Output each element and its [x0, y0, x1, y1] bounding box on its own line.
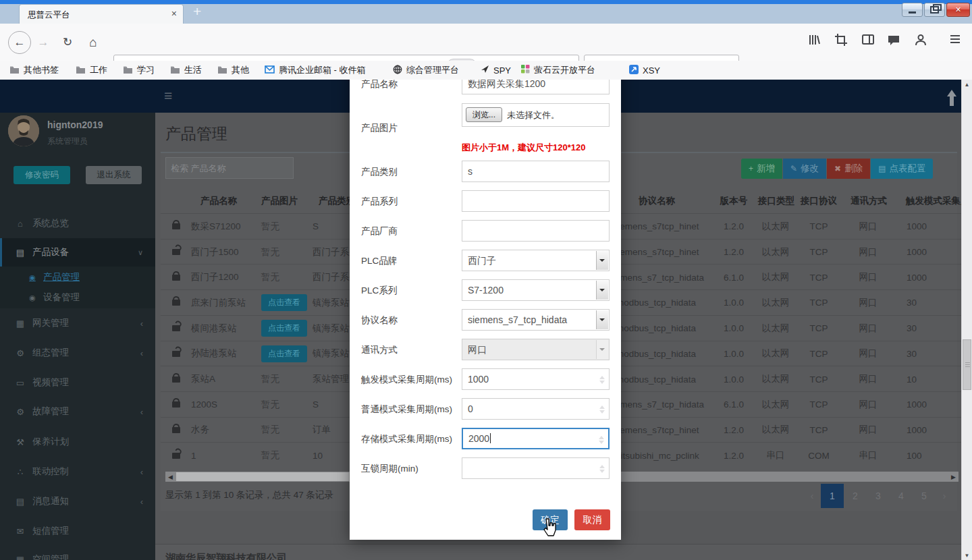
bookmark-item[interactable]: 腾讯企业邮箱 - 收件箱 — [265, 61, 366, 80]
pagination-page-4[interactable]: 4 — [890, 484, 913, 508]
browser-scrollbar[interactable]: ▲ ▼ — [961, 80, 972, 560]
input-10[interactable]: 1000 — [462, 368, 610, 390]
sidebar-toggle-icon[interactable]: ≡ — [164, 88, 172, 104]
forward-button[interactable]: → — [35, 24, 51, 61]
view-image-button[interactable]: 点击查看 — [261, 345, 307, 362]
input-13[interactable] — [462, 457, 610, 479]
sidebar-item-13[interactable]: ▦空间管理 — [0, 549, 155, 560]
sidebar-item-6[interactable]: ⚙组态管理‹ — [0, 343, 155, 363]
bookmark-item[interactable]: SPY — [481, 61, 511, 80]
file-input[interactable]: 浏览...未选择文件。 — [462, 103, 610, 127]
select-9[interactable]: 网口 — [462, 339, 610, 360]
window-minimize-button[interactable] — [902, 3, 923, 17]
unlock-icon[interactable] — [172, 249, 180, 255]
unlock-icon[interactable] — [172, 351, 180, 357]
sidebars-icon[interactable] — [861, 33, 879, 51]
dropdown-arrow-icon[interactable] — [596, 310, 608, 329]
input-11[interactable]: 0 — [462, 398, 610, 420]
view-image-button[interactable]: 点击查看 — [261, 294, 307, 311]
bookmark-item[interactable]: 其他 — [217, 61, 249, 80]
hscroll-left-arrow-icon[interactable]: ◀ — [165, 472, 176, 482]
chat-bubble-icon[interactable] — [887, 33, 905, 51]
new-tab-button[interactable]: + — [193, 3, 201, 20]
back-button[interactable]: ← — [8, 31, 31, 54]
hscroll-thumb[interactable] — [176, 472, 349, 481]
bookmark-item[interactable]: 综合管理平台 — [393, 61, 459, 80]
scroll-thumb[interactable] — [963, 339, 971, 390]
sidebar-item-10[interactable]: ∴联动控制‹ — [0, 461, 155, 482]
view-image-button[interactable]: 点击查看 — [261, 320, 307, 337]
dropdown-arrow-icon[interactable] — [596, 340, 608, 359]
pagination-page-5[interactable]: 5 — [913, 484, 936, 508]
bookmark-item[interactable]: XSY — [629, 61, 660, 80]
sidebar-item-7[interactable]: ▭视频管理 — [0, 372, 155, 393]
number-spinner-icon[interactable] — [598, 372, 606, 388]
select-6[interactable]: 西门子 — [462, 250, 610, 271]
change-password-button[interactable]: 修改密码 — [14, 166, 70, 184]
sidebar-item-8[interactable]: ⚙故障管理‹ — [0, 401, 155, 422]
column-header[interactable]: 协议名称 — [639, 191, 675, 211]
bookmark-item[interactable]: 工作 — [76, 61, 107, 80]
table-search-input[interactable] — [165, 157, 294, 179]
menu-hamburger-icon[interactable] — [949, 33, 967, 51]
input-5[interactable] — [462, 220, 610, 242]
sidebar-item-5[interactable]: ▦网关管理‹ — [0, 313, 155, 333]
sidebar-item-2[interactable]: ▤产品设备∨ — [0, 242, 155, 262]
sidebar-item-9[interactable]: ⚒保养计划 — [0, 432, 155, 452]
lock-icon[interactable] — [172, 223, 180, 229]
input-12[interactable]: 2000 — [462, 428, 610, 449]
column-header[interactable]: 接口类型 — [758, 191, 794, 211]
unlock-icon[interactable] — [172, 453, 180, 459]
dropdown-arrow-icon[interactable] — [596, 281, 608, 300]
input-1[interactable]: 数据网关采集1200 — [462, 80, 610, 94]
pagination-page-1[interactable]: 1 — [821, 484, 844, 508]
column-header[interactable]: 通讯方式 — [850, 191, 887, 211]
action-button-b[interactable]: ✎修改 — [783, 159, 826, 179]
select-8[interactable]: siemens_s7_tcp_hidata — [462, 309, 610, 331]
hscroll-right-arrow-icon[interactable]: ▶ — [948, 472, 959, 482]
number-spinner-icon[interactable] — [598, 401, 606, 418]
number-spinner-icon[interactable] — [598, 461, 606, 477]
bookmark-item[interactable]: 萤石云开放平台 — [521, 61, 595, 80]
pagination-page-2[interactable]: 2 — [844, 484, 867, 508]
bookmark-item[interactable]: 生活 — [170, 61, 202, 80]
scroll-up-icon[interactable]: ▲ — [962, 82, 972, 88]
pagination-next[interactable]: › — [936, 484, 953, 508]
bookmark-item[interactable]: 其他书签 — [9, 61, 59, 80]
home-button[interactable]: ⌂ — [85, 24, 101, 61]
column-header[interactable]: 版本号 — [720, 191, 748, 211]
lock-icon[interactable] — [172, 401, 180, 408]
dropdown-arrow-icon[interactable] — [596, 251, 608, 270]
lock-icon[interactable] — [172, 376, 180, 383]
action-button-t[interactable]: ▤点表配置 — [871, 159, 933, 179]
column-header[interactable]: 接口协议 — [801, 191, 837, 211]
browser-tab-active[interactable]: 思普云平台 × — [19, 4, 184, 24]
sidebar-item-12[interactable]: ✉短信管理 — [0, 521, 155, 541]
scroll-down-icon[interactable]: ▼ — [962, 553, 972, 559]
unlock-icon[interactable] — [172, 325, 180, 331]
crop-tool-icon[interactable] — [834, 33, 852, 51]
tab-close-icon[interactable]: × — [171, 8, 177, 19]
input-4[interactable] — [462, 190, 610, 212]
bookmark-item[interactable]: 学习 — [123, 61, 155, 80]
pagination-page-3[interactable]: 3 — [867, 484, 890, 508]
select-7[interactable]: S7-1200 — [462, 279, 610, 301]
input-3[interactable]: s — [462, 161, 610, 182]
cancel-button[interactable]: 取消 — [574, 509, 610, 530]
sidebar-item-4[interactable]: ◉设备管理 — [0, 287, 155, 308]
lock-icon[interactable] — [172, 300, 180, 306]
logout-button[interactable]: 退出系统 — [86, 166, 142, 184]
action-button-r[interactable]: ✖删除 — [827, 159, 870, 179]
browse-button[interactable]: 浏览... — [466, 107, 502, 122]
action-button-g[interactable]: +新增 — [741, 159, 782, 179]
column-header[interactable]: 触发模式采集周期(ms) — [906, 191, 961, 211]
number-spinner-icon[interactable] — [597, 432, 605, 448]
pagination-prev[interactable]: ‹ — [803, 484, 821, 508]
column-header[interactable]: 产品图片 — [261, 191, 298, 211]
lock-icon[interactable] — [172, 427, 180, 433]
window-restore-button[interactable] — [924, 3, 945, 17]
window-close-button[interactable]: ✕ — [946, 3, 970, 17]
sidebar-item-3[interactable]: ◉产品管理 — [0, 267, 155, 287]
reload-button[interactable]: ↻ — [59, 24, 76, 61]
sidebar-item-1[interactable]: ⌂系统总览 — [0, 213, 155, 233]
